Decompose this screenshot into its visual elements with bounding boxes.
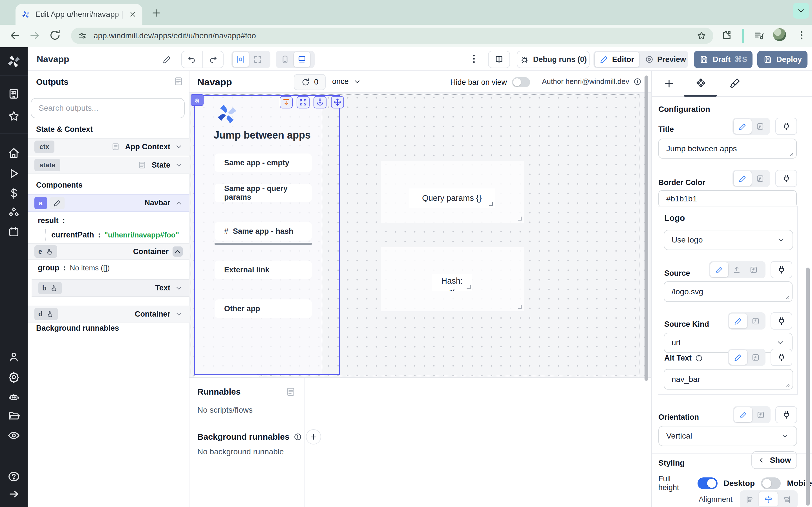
canvas-grid[interactable]: Jump between apps Same app - empty Same … <box>190 93 651 378</box>
fullscreen-handle[interactable] <box>297 96 310 108</box>
nav-item-same-app-hash[interactable]: # Same app - hash <box>214 222 312 240</box>
expand-down-handle[interactable] <box>280 96 293 108</box>
static-pencil-icon[interactable] <box>710 262 728 277</box>
rail-item-runs[interactable] <box>0 167 28 180</box>
anchor-handle[interactable] <box>313 96 326 108</box>
extensions-icon[interactable] <box>721 29 732 41</box>
debug-runs-button[interactable]: Debug runs (0) <box>517 51 590 68</box>
info-icon[interactable] <box>695 354 703 362</box>
full-height-desktop-toggle[interactable] <box>698 477 717 489</box>
connect-plug-icon[interactable] <box>775 406 797 424</box>
mobile-view-button[interactable] <box>277 52 293 67</box>
connect-plug-icon[interactable] <box>770 261 792 278</box>
rail-item-workers[interactable] <box>0 390 28 403</box>
url-bar[interactable]: app.windmill.dev/apps/edit/u/henri/navap… <box>71 27 713 44</box>
static-pencil-icon[interactable] <box>733 171 752 186</box>
browser-menu-icon[interactable] <box>796 29 808 41</box>
browser-profile-avatar[interactable] <box>773 28 786 41</box>
preview-tab[interactable]: Preview <box>640 52 691 67</box>
tab-close-icon[interactable] <box>129 10 137 18</box>
runnables-doc-icon[interactable] <box>285 386 296 397</box>
currentpath-row[interactable]: currentPath : "u/henri/navapp#foo" <box>45 229 179 240</box>
function-icon[interactable] <box>752 407 769 422</box>
styling-show-button[interactable]: Show <box>751 451 797 469</box>
more-options-icon[interactable] <box>468 53 480 65</box>
media-controls-icon[interactable] <box>753 30 765 42</box>
redo-button[interactable] <box>202 51 223 68</box>
new-tab-button[interactable] <box>151 7 162 18</box>
nav-item-same-app-empty[interactable]: Same app - empty <box>214 154 312 172</box>
title-input[interactable] <box>658 138 797 159</box>
rail-item-workspace[interactable] <box>0 87 28 100</box>
output-row-state[interactable]: state State <box>28 157 190 174</box>
search-outputs-input[interactable] <box>31 98 185 118</box>
static-pencil-icon[interactable] <box>733 119 752 134</box>
logo-mode-select[interactable]: Use logo <box>664 230 793 250</box>
text-b-chevron-down-icon[interactable] <box>175 284 183 292</box>
component-row-container-e[interactable]: e Container <box>28 243 190 260</box>
ctx-chevron-down-icon[interactable] <box>175 143 183 151</box>
rail-item-resources[interactable] <box>0 206 28 219</box>
rail-item-help[interactable] <box>0 470 28 483</box>
rename-app-pencil-icon[interactable] <box>162 55 172 64</box>
component-row-container-d[interactable]: d Container <box>28 305 190 323</box>
rail-item-variables[interactable] <box>0 187 28 200</box>
rail-item-home[interactable] <box>0 147 28 159</box>
orientation-select[interactable]: Vertical <box>658 426 797 446</box>
state-chevron-down-icon[interactable] <box>175 161 183 169</box>
navbar-chevron-up-icon[interactable] <box>175 199 183 207</box>
rail-item-folders[interactable] <box>0 409 28 422</box>
windmill-logo-icon[interactable] <box>0 54 28 69</box>
hash-container[interactable]: Hash: "f <box>380 247 524 311</box>
ctx-doc-icon[interactable] <box>111 142 120 151</box>
info-icon[interactable] <box>294 433 302 441</box>
resize-corner-icon[interactable] <box>467 285 470 289</box>
textarea-resize-icon[interactable] <box>784 381 795 392</box>
browser-tab[interactable]: Edit App u/henri/navapp | Win <box>15 4 142 25</box>
source-input[interactable] <box>664 281 793 302</box>
docs-book-button[interactable] <box>488 51 510 68</box>
desktop-view-button[interactable] <box>294 52 310 67</box>
container-e-chevron-up-icon[interactable] <box>172 246 183 257</box>
tab-search-chevron-button[interactable] <box>793 3 809 18</box>
theme-brush-tab[interactable] <box>728 77 741 90</box>
hide-bar-toggle[interactable] <box>512 77 530 87</box>
rail-item-settings[interactable] <box>0 371 28 384</box>
query-params-text[interactable]: Query params {} <box>409 188 495 208</box>
state-doc-icon[interactable] <box>138 161 147 170</box>
schedule-dropdown[interactable]: once <box>332 77 361 86</box>
output-row-ctx[interactable]: ctx App Context <box>28 138 190 156</box>
draft-button[interactable]: Draft ⌘S <box>694 51 753 68</box>
component-row-navbar[interactable]: a Navbar <box>28 194 190 212</box>
connect-plug-icon[interactable] <box>775 118 797 135</box>
component-row-text-b[interactable]: b Text <box>32 279 190 297</box>
back-button[interactable] <box>8 29 21 42</box>
forward-button[interactable] <box>28 29 42 42</box>
component-settings-tab[interactable] <box>695 77 707 90</box>
static-pencil-icon[interactable] <box>734 407 752 422</box>
connect-plug-icon[interactable] <box>775 170 797 187</box>
resize-corner-icon[interactable] <box>518 217 522 221</box>
add-background-runnable-button[interactable] <box>306 429 321 445</box>
function-icon[interactable] <box>747 350 764 365</box>
centered-layout-button[interactable] <box>233 52 249 67</box>
info-icon[interactable] <box>633 77 642 86</box>
nav-item-query-params[interactable]: Same app - query params <box>214 184 312 202</box>
outputs-doc-icon[interactable] <box>173 76 184 87</box>
border-color-input[interactable] <box>658 190 797 208</box>
navbar-edit-pencil-icon[interactable] <box>50 197 64 209</box>
editor-tab[interactable]: Editor <box>595 52 639 67</box>
full-height-mobile-toggle[interactable] <box>761 477 781 489</box>
function-icon[interactable] <box>752 119 769 134</box>
rail-item-favorites[interactable] <box>0 110 28 123</box>
rail-item-audit-logs[interactable] <box>0 429 28 442</box>
result-row[interactable]: result : <box>38 216 65 225</box>
resize-corner-icon[interactable] <box>518 305 522 309</box>
hash-text[interactable]: Hash: "f <box>432 274 472 291</box>
deploy-button[interactable]: Deploy <box>757 51 808 68</box>
site-settings-icon[interactable] <box>78 31 87 41</box>
static-pencil-icon[interactable] <box>729 314 747 328</box>
align-right-icon[interactable] <box>777 492 796 507</box>
reload-button[interactable] <box>49 29 61 42</box>
alt-text-input[interactable] <box>664 369 793 390</box>
